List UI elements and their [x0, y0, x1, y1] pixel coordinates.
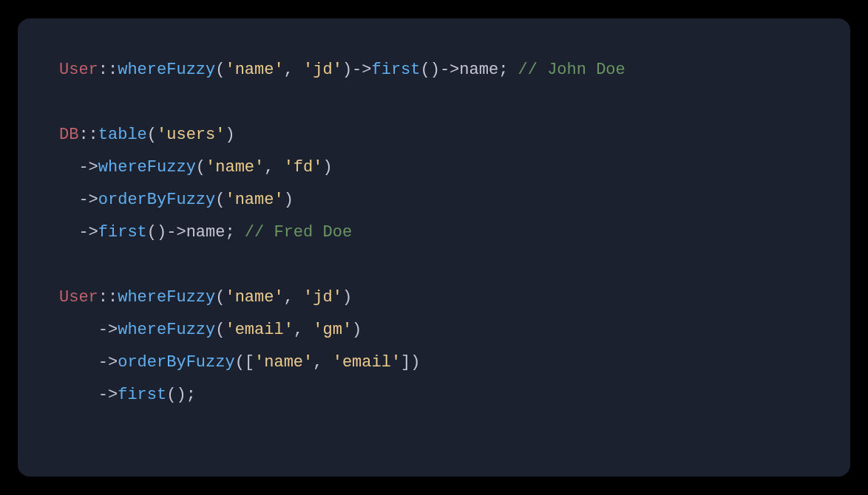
token-punct: ( [147, 126, 157, 144]
token-fn: whereFuzzy [118, 61, 215, 79]
token-punct: ) [342, 61, 352, 79]
code-line-blank [59, 249, 809, 281]
token-indent [59, 158, 78, 177]
token-indent [59, 321, 98, 339]
token-fn: first [98, 223, 147, 242]
token-fn: orderByFuzzy [98, 191, 215, 209]
token-fn: whereFuzzy [118, 288, 215, 307]
token-fn: table [98, 126, 147, 144]
token-arrow: -> [98, 386, 118, 404]
token-string: 'gm' [313, 321, 352, 339]
token-punct: , [264, 158, 283, 177]
token-arrow: -> [352, 61, 371, 79]
token-punct: ; [186, 386, 196, 404]
token-punct: , [313, 353, 332, 372]
token-indent [59, 386, 98, 404]
token-fn: whereFuzzy [118, 321, 215, 339]
token-string: 'jd' [303, 61, 342, 79]
token-prop: name [186, 223, 226, 242]
code-line-11: ->first(); [59, 379, 809, 412]
code-line-blank [59, 86, 809, 119]
token-punct: ]) [401, 353, 420, 372]
code-line-1: User::whereFuzzy('name', 'jd')->first()-… [59, 54, 809, 86]
token-punct: ; [498, 61, 518, 79]
token-punct: ) [342, 288, 352, 307]
token-indent [59, 191, 78, 209]
token-arrow: -> [78, 191, 98, 209]
token-punct: ( [215, 191, 225, 209]
token-class: DB [59, 126, 78, 144]
token-punct: ( [215, 61, 225, 79]
token-punct: , [284, 61, 303, 79]
token-string: 'users' [157, 126, 225, 144]
token-string: 'name' [225, 288, 283, 307]
token-punct: ) [352, 321, 362, 339]
token-punct: ) [322, 158, 332, 177]
token-punct: () [421, 61, 440, 79]
code-panel: User::whereFuzzy('name', 'jd')->first()-… [18, 18, 850, 477]
token-punct: , [284, 288, 303, 307]
token-punct: , [294, 321, 313, 339]
token-punct: ([ [235, 353, 254, 372]
code-line-9: ->whereFuzzy('email', 'gm') [59, 314, 809, 346]
token-class: User [59, 288, 98, 307]
token-arrow: -> [78, 223, 98, 242]
token-scope: :: [98, 61, 118, 79]
token-punct: ; [225, 223, 244, 242]
token-string: 'email' [225, 321, 293, 339]
token-string: 'jd' [303, 288, 342, 307]
token-punct: ( [196, 158, 206, 177]
token-prop: name [459, 61, 498, 79]
token-arrow: -> [98, 353, 118, 372]
token-punct: ( [215, 321, 225, 339]
token-fn: orderByFuzzy [118, 353, 234, 372]
code-line-5: ->orderByFuzzy('name') [59, 184, 809, 216]
token-punct: () [166, 386, 186, 404]
token-scope: :: [78, 126, 98, 144]
code-line-3: DB::table('users') [59, 119, 809, 151]
token-arrow: -> [440, 61, 459, 79]
token-string: 'fd' [284, 158, 323, 177]
code-line-6: ->first()->name; // Fred Doe [59, 216, 809, 249]
token-punct: ( [215, 288, 225, 307]
token-class: User [59, 61, 98, 79]
token-punct: ) [225, 126, 234, 144]
token-arrow: -> [78, 158, 98, 177]
token-fn: whereFuzzy [98, 158, 196, 177]
token-string: 'name' [254, 353, 313, 372]
token-arrow: -> [166, 223, 186, 242]
token-fn: first [118, 386, 166, 404]
code-line-10: ->orderByFuzzy(['name', 'email']) [59, 346, 809, 379]
code-line-4: ->whereFuzzy('name', 'fd') [59, 151, 809, 184]
token-indent [59, 223, 78, 242]
token-string: 'name' [206, 158, 264, 177]
token-punct: ) [284, 191, 294, 209]
token-punct: () [147, 223, 166, 242]
token-string: 'name' [225, 191, 283, 209]
token-indent [59, 353, 98, 372]
token-comment: // Fred Doe [245, 223, 352, 242]
token-fn: first [372, 61, 421, 79]
token-arrow: -> [98, 321, 118, 339]
token-string: 'name' [225, 61, 283, 79]
token-string: 'email' [333, 353, 401, 372]
token-scope: :: [98, 288, 118, 307]
code-line-8: User::whereFuzzy('name', 'jd') [59, 281, 809, 314]
token-comment: // John Doe [518, 61, 625, 79]
